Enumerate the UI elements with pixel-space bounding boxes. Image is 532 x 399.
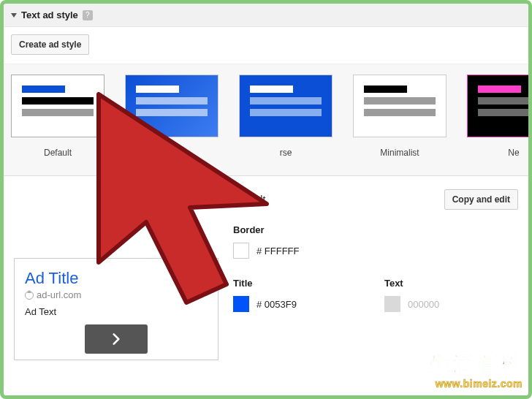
style-thumb bbox=[239, 75, 332, 137]
create-ad-style-button[interactable]: Create ad style bbox=[11, 34, 89, 55]
adchoices-icon bbox=[25, 291, 34, 300]
border-hex: # FFFFFF bbox=[256, 246, 300, 256]
panel-header[interactable]: Text ad style ? bbox=[4, 4, 528, 27]
style-card-3[interactable]: rse bbox=[239, 75, 332, 158]
style-card-2[interactable] bbox=[125, 75, 218, 158]
collapse-icon bbox=[11, 13, 17, 18]
style-label: rse bbox=[239, 148, 332, 158]
lower-panel: Ad Title ad-url.com Ad Text Default Copy… bbox=[4, 176, 528, 360]
style-label: Ne bbox=[467, 148, 528, 158]
style-card-default[interactable]: Default bbox=[11, 75, 104, 158]
ad-url-row: ad-url.com bbox=[25, 289, 208, 300]
ad-preview: Ad Title ad-url.com Ad Text bbox=[14, 258, 218, 360]
toolbar: Create ad style bbox=[4, 27, 528, 64]
title-hex: # 0053F9 bbox=[256, 299, 297, 310]
style-thumb bbox=[125, 75, 218, 137]
ad-title: Ad Title bbox=[25, 269, 208, 288]
style-label: Minimalist bbox=[353, 148, 446, 158]
ad-text: Ad Text bbox=[25, 306, 208, 317]
text-color-swatch[interactable] bbox=[384, 296, 400, 312]
help-icon[interactable]: ? bbox=[83, 10, 93, 20]
style-card-minimalist[interactable]: Minimalist bbox=[353, 75, 446, 158]
copy-and-edit-button[interactable]: Copy and edit bbox=[444, 189, 518, 210]
style-card-neon[interactable]: Ne bbox=[467, 75, 528, 158]
settings-column: Default Copy and edit Border # FFFFFF Ti… bbox=[233, 185, 518, 360]
title-label: Title bbox=[233, 278, 297, 289]
preview-column: Ad Title ad-url.com Ad Text bbox=[14, 185, 218, 360]
chevron-right-icon bbox=[109, 332, 123, 346]
style-label: Default bbox=[11, 148, 104, 158]
watermark-url: www.bimeiz.com bbox=[429, 378, 522, 390]
text-hex: 000000 bbox=[408, 299, 439, 310]
style-thumb bbox=[467, 75, 528, 137]
border-swatch-row: # FFFFFF bbox=[233, 243, 518, 259]
title-color-swatch[interactable] bbox=[233, 296, 249, 312]
ad-arrow-button[interactable] bbox=[85, 324, 148, 354]
style-gallery: Default rse Minimalist bbox=[4, 64, 528, 176]
ad-url: ad-url.com bbox=[37, 289, 81, 300]
border-color-swatch[interactable] bbox=[233, 243, 249, 259]
text-swatch-row: 000000 bbox=[384, 296, 439, 312]
panel-title: Text ad style bbox=[21, 10, 78, 20]
selected-style-name: Default bbox=[233, 194, 265, 205]
style-thumb bbox=[11, 75, 104, 137]
border-label: Border bbox=[233, 224, 518, 235]
text-label: Text bbox=[384, 278, 439, 289]
title-swatch-row: # 0053F9 bbox=[233, 296, 297, 312]
style-thumb bbox=[353, 75, 446, 137]
